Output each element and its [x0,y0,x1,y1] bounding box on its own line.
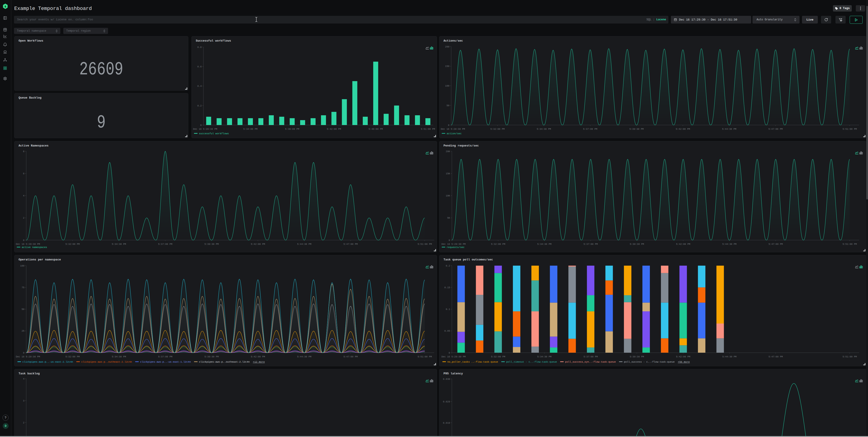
svg-text:5:47:00 PM: 5:47:00 PM [343,355,358,358]
svg-text:5:51:00 PM: 5:51:00 PM [842,128,857,130]
svg-text:5:42:00 PM: 5:42:00 PM [676,243,690,246]
svg-text:5:34:30 PM: 5:34:30 PM [537,128,551,130]
svg-text:5:51:00 PM: 5:51:00 PM [417,355,432,358]
svg-text:5:51:00 PM: 5:51:00 PM [417,243,432,246]
svg-text:5:44:30 PM: 5:44:30 PM [722,355,737,358]
svg-text:5K: 5K [447,217,450,219]
svg-text:5:34:30 PM: 5:34:30 PM [112,243,126,246]
svg-text:5:42:00 PM: 5:42:00 PM [676,355,690,358]
svg-text:25: 25 [22,330,24,332]
svg-text:5:37:00 PM: 5:37:00 PM [158,355,172,358]
svg-text:Dec 16 5:29:30 PM: Dec 16 5:29:30 PM [441,355,466,358]
svg-text:5:32:00 PM: 5:32:00 PM [65,355,80,358]
svg-text:5:42:00 PM: 5:42:00 PM [251,243,265,246]
svg-text:2: 2 [23,217,24,219]
svg-text:5:34:00 PM: 5:34:00 PM [243,128,257,130]
svg-text:5:44:30 PM: 5:44:30 PM [297,243,311,246]
svg-text:100: 100 [445,85,450,87]
svg-text:requests/sec: requests/sec [447,246,465,249]
svg-text:5:32:00 PM: 5:32:00 PM [491,243,505,246]
svg-text:5:44:30 PM: 5:44:30 PM [722,243,737,246]
svg-text:50: 50 [22,308,24,311]
svg-text:3: 3 [23,400,24,402]
svg-text:5:42:00 PM: 5:42:00 PM [327,128,341,130]
svg-text:action/sec: action/sec [447,132,462,135]
svg-text:20K: 20K [446,150,450,153]
svg-text:5:47:00 PM: 5:47:00 PM [768,128,782,130]
svg-text:5:42:00 PM: 5:42:00 PM [676,128,690,130]
svg-text:5:37:00 PM: 5:37:00 PM [583,243,598,246]
svg-text:0: 0 [448,124,450,127]
svg-text:successful workflows: successful workflows [199,132,229,135]
svg-text:4: 4 [23,194,24,197]
svg-text:no_poller_tasks ..-flow-task-q: no_poller_tasks ..-flow-task-queue [447,361,498,363]
svg-text:5:34:30 PM: 5:34:30 PM [537,355,552,358]
svg-text:0.019: 0.019 [443,422,450,424]
svg-text:0.2: 0.2 [197,104,202,107]
svg-text:Dec 16 5:29:30 PM: Dec 16 5:29:30 PM [193,128,217,130]
svg-text:clickpipes-aws-p..outheast-2.l: clickpipes-aws-p..outheast-2.l2c4n [199,361,250,363]
svg-text:0.05: 0.05 [444,330,450,332]
svg-text:clickpipes-aws-p..-us-east-2.l: clickpipes-aws-p..-us-east-2.l2c4n [22,361,73,363]
svg-text:0.15: 0.15 [444,286,450,289]
svg-text:0: 0 [449,239,450,242]
svg-text:5:37:00 PM: 5:37:00 PM [158,243,172,246]
svg-text:5:32:00 PM: 5:32:00 PM [491,355,505,358]
svg-text:Dec 16 5:29:30 PM: Dec 16 5:29:30 PM [16,243,40,246]
svg-text:5:51:00 PM: 5:51:00 PM [842,355,857,358]
svg-text:5:38:00 PM: 5:38:00 PM [285,128,299,130]
svg-text:0.8: 0.8 [197,46,202,49]
svg-text:5:39:30 PM: 5:39:30 PM [630,355,644,358]
svg-text:0: 0 [23,239,24,242]
svg-text:5:39:30 PM: 5:39:30 PM [629,128,644,130]
svg-text:Dec 16 5:29:30 PM: Dec 16 5:29:30 PM [441,128,465,130]
svg-text:150: 150 [445,65,450,68]
svg-text:+56 more: +56 more [678,361,690,363]
svg-text:5:44:30 PM: 5:44:30 PM [297,355,311,358]
svg-text:0.029: 0.029 [443,400,450,403]
svg-text:poll_success_syn..-flow-task-q: poll_success_syn..-flow-task-queue [565,361,616,363]
svg-text:0: 0 [200,124,202,127]
svg-text:6: 6 [23,172,24,175]
svg-text:5:39:30 PM: 5:39:30 PM [204,355,219,358]
svg-text:100: 100 [20,264,24,267]
svg-text:4: 4 [23,378,24,380]
svg-text:5:51:00 PM: 5:51:00 PM [842,243,857,246]
svg-text:5:39:30 PM: 5:39:30 PM [204,243,219,246]
svg-text:5:32:00 PM: 5:32:00 PM [490,128,504,130]
svg-text:10K: 10K [446,194,450,197]
svg-text:poll_success · c..-flow-task-q: poll_success · c..-flow-task-queue [624,361,675,363]
svg-text:Dec 16 5:29:30 PM: Dec 16 5:29:30 PM [441,243,466,246]
svg-text:clickpipes-aws-p..outheast-2.l: clickpipes-aws-p..outheast-2.l2c4n [81,361,132,363]
svg-text:50: 50 [446,104,450,107]
svg-text:poll_timeout · c..-flow-task-q: poll_timeout · c..-flow-task-queue [506,361,557,363]
svg-text:5:51:00 PM: 5:51:00 PM [421,128,435,130]
svg-text:Dec 16 5:29:30 PM: Dec 16 5:29:30 PM [16,355,40,358]
svg-text:15K: 15K [446,172,450,175]
svg-text:5:46:00 PM: 5:46:00 PM [369,128,383,130]
svg-text:0.2: 0.2 [446,264,450,267]
svg-text:5:32:00 PM: 5:32:00 PM [65,243,80,246]
svg-text:5:44:30 PM: 5:44:30 PM [722,128,736,130]
svg-text:0.038: 0.038 [443,378,450,380]
svg-text:0.4: 0.4 [197,85,202,88]
svg-text:5:47:00 PM: 5:47:00 PM [769,243,783,246]
svg-text:5:37:00 PM: 5:37:00 PM [583,355,598,358]
svg-text:2: 2 [23,422,24,424]
svg-text:0: 0 [23,351,24,354]
svg-text:clickpipes-aws-p..-us-east-1.l: clickpipes-aws-p..-us-east-1.l2c4n [140,361,191,363]
svg-text:5:47:00 PM: 5:47:00 PM [343,243,358,246]
svg-text:5:42:00 PM: 5:42:00 PM [251,355,265,358]
svg-text:5:37:00 PM: 5:37:00 PM [583,128,597,130]
svg-text:active namespaces: active namespaces [22,246,47,249]
svg-text:+12 more: +12 more [253,361,265,363]
svg-text:0: 0 [449,351,450,354]
svg-text:5:47:00 PM: 5:47:00 PM [769,355,783,358]
svg-text:75: 75 [22,286,24,289]
svg-text:8: 8 [23,150,24,153]
svg-text:5:34:30 PM: 5:34:30 PM [537,243,552,246]
svg-text:0.6: 0.6 [197,65,202,68]
svg-text:200: 200 [445,45,450,48]
svg-text:0.1: 0.1 [446,308,450,311]
svg-text:5:39:30 PM: 5:39:30 PM [630,243,644,246]
